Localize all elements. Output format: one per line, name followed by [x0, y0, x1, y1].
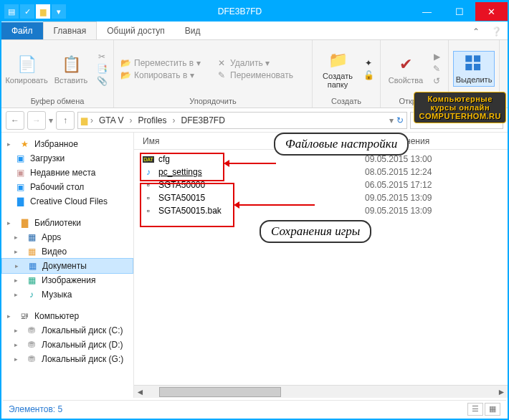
breadcrumb[interactable]: ▆ › GTA V› Profiles› DFE3B7FD ▾ ↻ [77, 112, 407, 129]
file-list-pane: Имя Дата изменения DATcfg09.05.2015 13:0… [134, 133, 508, 398]
svg-rect-2 [465, 64, 472, 70]
navigation-pane[interactable]: ▸★Избранное ▣Загрузки ▣Недавние места ▣Р… [1, 133, 134, 398]
tab-share[interactable]: Общий доступ [97, 22, 175, 39]
scroll-right-icon[interactable]: ► [495, 387, 508, 397]
pictures-icon: ▦ [26, 275, 37, 285]
move-to-button[interactable]: 📂Переместить в ▾ [118, 57, 211, 69]
copyto-icon: 📂 [120, 70, 131, 80]
paste-shortcut-button[interactable]: 📎 [95, 75, 109, 87]
sidebar-desktop[interactable]: ▣Рабочий стол [1, 180, 133, 194]
help-icon[interactable]: ❔ [485, 24, 508, 39]
select-all-button[interactable]: Выделить [453, 51, 495, 87]
sidebar-downloads[interactable]: ▣Загрузки [1, 151, 133, 166]
cut-icon: ✂ [96, 52, 108, 62]
group-organize-label: Упорядочить [118, 96, 308, 106]
recent-dropdown-icon[interactable]: ▾ [49, 115, 53, 125]
computer-header[interactable]: ▸🖳Компьютер [1, 309, 133, 323]
ribbon: 📄 Копировать 📋 Вставить ✂ 📑 📎 Буфер обме… [1, 40, 508, 108]
rename-icon: ✎ [216, 70, 227, 80]
edit-button[interactable]: ✎ [429, 63, 444, 75]
drive-icon: ⛃ [26, 354, 37, 364]
annotation-arrow [226, 163, 276, 164]
open-button[interactable]: ▶ [429, 51, 444, 62]
crumb-2[interactable]: Profiles [135, 114, 169, 127]
folder-icon: ▇ [14, 196, 26, 206]
sidebar-drive-g[interactable]: ▸⛃Локальный диск (G:) [1, 352, 133, 366]
titlebar: ▤ ✓ ▆ ▾ DFE3B7FD — ☐ ✕ [1, 1, 508, 22]
up-button[interactable]: ↑ [56, 111, 75, 130]
crumb-3[interactable]: DFE3B7FD [178, 114, 227, 127]
tab-file[interactable]: Файл [1, 22, 43, 39]
desktop-icon: ▣ [14, 182, 26, 192]
tab-home[interactable]: Главная [43, 22, 97, 39]
window-title: DFE3B7FD [69, 6, 411, 16]
scroll-left-icon[interactable]: ◄ [134, 387, 146, 397]
tab-view[interactable]: Вид [175, 22, 211, 39]
collapse-ribbon-icon[interactable]: ⌃ [467, 24, 485, 39]
status-bar: Элементов: 5 ☰ ▦ [3, 400, 506, 417]
rename-button[interactable]: ✎Переименовать [214, 70, 308, 81]
shortcut-icon: 📎 [96, 76, 108, 86]
sidebar-drive-d[interactable]: ▸⛃Локальный диск (D:) [1, 338, 133, 352]
apps-icon: ▦ [26, 232, 37, 242]
properties-button[interactable]: ✔ Свойства [385, 53, 427, 85]
new-item-button[interactable]: ✦ [361, 57, 376, 69]
group-clipboard-label: Буфер обмена [6, 96, 109, 106]
annotation-box-saves [140, 183, 234, 227]
view-thumbnails-icon[interactable]: ▦ [485, 403, 500, 416]
paste-button[interactable]: 📋 Вставить [50, 53, 92, 85]
sidebar-documents[interactable]: ▸▦Документы [1, 258, 133, 274]
close-button[interactable]: ✕ [475, 2, 508, 21]
cut-button[interactable]: ✂ [95, 51, 109, 62]
path-icon: 📑 [96, 64, 108, 74]
easy-access-button[interactable]: 🔓 [361, 70, 376, 81]
forward-button[interactable]: → [27, 111, 46, 130]
sidebar-ccf[interactable]: ▇Creative Cloud Files [1, 194, 133, 209]
copy-button[interactable]: 📄 Копировать [6, 53, 47, 85]
sidebar-apps[interactable]: ▸▦Apps [1, 230, 133, 244]
sidebar-video[interactable]: ▸▦Видео [1, 244, 133, 259]
copy-to-button[interactable]: 📂Копировать в ▾ [118, 70, 211, 81]
libraries-icon: ▇ [19, 218, 30, 228]
delete-button[interactable]: ✕Удалить ▾ [214, 57, 308, 69]
view-details-icon[interactable]: ☰ [467, 403, 483, 416]
new-item-icon: ✦ [363, 58, 374, 68]
sidebar-recent[interactable]: ▣Недавние места [1, 166, 133, 180]
libraries-header[interactable]: ▸▇Библиотеки [1, 216, 133, 230]
ribbon-tabs: Файл Главная Общий доступ Вид ⌃ ❔ [1, 22, 508, 40]
status-count: Элементов: 5 [9, 404, 62, 414]
sidebar-music[interactable]: ▸♪Музыка [1, 287, 133, 302]
crumb-1[interactable]: GTA V [96, 114, 126, 127]
minimize-button[interactable]: — [411, 2, 443, 21]
qat-properties-icon[interactable]: ✓ [20, 4, 34, 19]
delete-icon: ✕ [216, 58, 227, 68]
scroll-thumb[interactable] [159, 387, 281, 397]
easy-access-icon: 🔓 [363, 70, 374, 80]
edit-icon: ✎ [431, 64, 442, 74]
sidebar-drive-c[interactable]: ▸⛃Локальный диск (C:) [1, 323, 133, 338]
select-all-icon [463, 54, 485, 74]
favorites-header[interactable]: ▸★Избранное [1, 137, 133, 151]
annotation-box-settings [140, 153, 224, 181]
control-menu-icon[interactable]: ▤ [4, 4, 19, 19]
callout-saves: Сохранения игры [260, 220, 371, 243]
history-icon: ↺ [431, 76, 442, 86]
svg-rect-1 [474, 55, 480, 62]
back-button[interactable]: ← [6, 111, 24, 130]
svg-rect-3 [474, 64, 480, 70]
history-button[interactable]: ↺ [429, 75, 444, 87]
refresh-icon[interactable]: ↻ [396, 115, 404, 125]
horizontal-scrollbar[interactable]: ◄ ► [134, 385, 508, 398]
video-icon: ▦ [26, 247, 37, 257]
star-icon: ★ [19, 139, 30, 149]
qat-dropdown-icon[interactable]: ▾ [52, 4, 66, 19]
drive-icon: ▆ [81, 115, 87, 125]
maximize-button[interactable]: ☐ [443, 2, 475, 21]
documents-icon: ▦ [27, 261, 38, 271]
sidebar-pictures[interactable]: ▸▦Изображения [1, 273, 133, 287]
new-folder-icon: 📁 [327, 50, 348, 70]
copy-path-button[interactable]: 📑 [95, 63, 109, 75]
address-dropdown-icon[interactable]: ▾ [389, 115, 394, 125]
new-folder-button[interactable]: 📁 Создать папку [317, 49, 358, 89]
folder-icon: ▆ [36, 4, 50, 19]
